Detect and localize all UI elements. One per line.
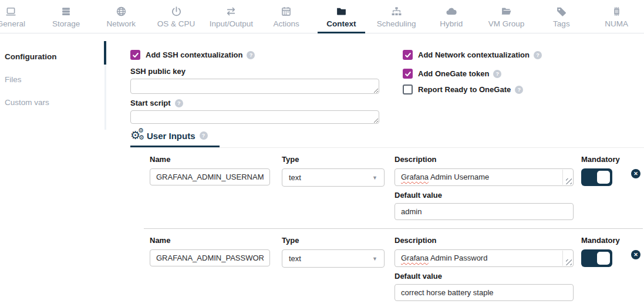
tab-label: Storage	[52, 19, 80, 28]
help-icon[interactable]: ?	[200, 131, 208, 140]
tab-tags[interactable]: Tags	[534, 0, 589, 33]
tab-label: Context	[326, 19, 356, 28]
microchip-icon	[611, 6, 622, 17]
tab-input-output[interactable]: Input/Output	[204, 0, 259, 33]
tab-label: Hybrid	[440, 19, 463, 28]
type-select-value: text	[289, 173, 301, 182]
tab-context[interactable]: Context	[314, 0, 369, 33]
add-ssh-checkbox[interactable]	[130, 50, 140, 60]
mandatory-column-label: Mandatory	[581, 236, 622, 245]
tab-label: Actions	[273, 19, 299, 28]
vm-template-context-page: General Storage Network OS & CPU Input/O…	[0, 0, 644, 304]
tab-storage[interactable]: Storage	[39, 0, 94, 33]
tab-label: Network	[107, 19, 136, 28]
template-section-tabs: General Storage Network OS & CPU Input/O…	[0, 0, 644, 33]
type-select[interactable]: text ▼	[282, 249, 385, 268]
add-ssh-label: Add SSH contextualization	[146, 50, 242, 59]
tab-hybrid[interactable]: Hybrid	[424, 0, 479, 33]
tab-general[interactable]: General	[0, 0, 39, 33]
ssh-public-key-label: SSH public key	[130, 67, 380, 76]
help-icon[interactable]: ?	[534, 51, 542, 59]
add-network-contextualization-row[interactable]: Add Network contextualization ?	[403, 50, 542, 60]
name-input[interactable]	[150, 249, 270, 266]
report-ready-label: Report Ready to OneGate	[418, 85, 511, 94]
tag-icon	[556, 6, 567, 17]
description-column-label: Description	[395, 155, 574, 164]
delete-row-icon[interactable]: ✕	[631, 250, 640, 259]
help-icon[interactable]: ?	[493, 70, 501, 78]
tab-actions[interactable]: Actions	[259, 0, 314, 33]
configuration-form: Add SSH contextualization ? SSH public k…	[130, 50, 644, 124]
toggle-knob	[597, 171, 610, 184]
add-onegate-label: Add OneGate token	[418, 69, 489, 78]
tab-label: Scheduling	[377, 19, 416, 28]
type-column-label: Type	[282, 236, 385, 245]
add-network-checkbox[interactable]	[403, 50, 413, 60]
calendar-icon	[281, 6, 292, 17]
sidebar-item-files[interactable]: Files	[0, 68, 106, 91]
report-ready-row[interactable]: Report Ready to OneGate ?	[403, 85, 542, 94]
sidebar-item-custom-vars[interactable]: Custom vars	[0, 91, 106, 114]
help-icon[interactable]: ?	[175, 99, 183, 107]
help-icon[interactable]: ?	[247, 51, 255, 59]
sitemap-icon	[391, 6, 402, 17]
tab-label: NUMA	[605, 19, 628, 28]
tab-label: Tags	[553, 19, 570, 28]
user-inputs-tabbar: ⚙ ⚙ ⚙ User Inputs ?	[130, 129, 644, 148]
toggle-knob	[597, 252, 610, 265]
user-input-row: Name Type text ▼ Description Grafana Adm…	[144, 229, 643, 304]
tab-vm-group[interactable]: VM Group	[479, 0, 534, 33]
tab-scheduling[interactable]: Scheduling	[369, 0, 424, 33]
tab-label: VM Group	[488, 19, 525, 28]
mandatory-toggle[interactable]	[581, 168, 612, 186]
tab-network[interactable]: Network	[94, 0, 149, 33]
sidebar-item-configuration[interactable]: Configuration	[0, 45, 106, 68]
user-inputs-title: User Inputs	[147, 131, 195, 141]
tab-label: General	[0, 19, 25, 28]
folder-icon	[336, 6, 347, 17]
user-input-row: Name Type text ▼ Description Grafana Adm…	[144, 148, 643, 224]
type-column-label: Type	[282, 155, 385, 164]
add-network-label: Add Network contextualization	[418, 50, 530, 59]
server-icon	[60, 6, 72, 17]
sidebar-item-label: Files	[5, 75, 22, 84]
tab-label: OS & CPU	[157, 19, 195, 28]
sidebar-item-label: Configuration	[5, 52, 56, 61]
name-column-label: Name	[150, 155, 270, 164]
description-textarea[interactable]: Grafana Admin Password	[395, 249, 574, 267]
power-icon	[171, 6, 182, 17]
add-onegate-token-row[interactable]: Add OneGate token ?	[403, 69, 542, 79]
name-input[interactable]	[150, 168, 270, 185]
tab-numa[interactable]: NUMA	[589, 0, 644, 33]
chevron-down-icon: ▼	[372, 175, 377, 181]
type-select[interactable]: text ▼	[282, 168, 385, 187]
delete-row-icon[interactable]: ✕	[631, 169, 640, 178]
name-column-label: Name	[150, 236, 270, 245]
add-ssh-contextualization-row[interactable]: Add SSH contextualization ?	[130, 50, 380, 60]
chevron-down-icon: ▼	[372, 256, 377, 262]
start-script-label: Start script ?	[130, 99, 380, 107]
mandatory-toggle[interactable]	[581, 249, 612, 267]
cloud-icon	[446, 6, 457, 17]
tab-os-cpu[interactable]: OS & CPU	[149, 0, 204, 33]
sidebar-item-label: Custom vars	[5, 98, 49, 107]
context-sidebar: Configuration Files Custom vars	[0, 33, 106, 304]
default-value-input[interactable]	[395, 284, 574, 301]
add-onegate-checkbox[interactable]	[403, 69, 413, 79]
exchange-arrows-icon	[225, 6, 237, 17]
tab-label: Input/Output	[210, 19, 253, 28]
default-value-input[interactable]	[395, 203, 574, 220]
type-select-value: text	[289, 254, 301, 263]
start-script-textarea[interactable]	[130, 110, 379, 124]
default-value-label: Default value	[395, 191, 574, 200]
ssh-public-key-textarea[interactable]	[130, 79, 379, 94]
help-icon[interactable]: ?	[515, 86, 523, 94]
globe-icon	[116, 6, 127, 17]
user-inputs-list: Name Type text ▼ Description Grafana Adm…	[144, 148, 643, 304]
default-value-label: Default value	[395, 272, 574, 281]
description-column-label: Description	[395, 236, 574, 245]
description-textarea[interactable]: Grafana Admin Username	[395, 168, 574, 186]
user-inputs-tab[interactable]: ⚙ ⚙ ⚙ User Inputs ?	[130, 129, 220, 147]
laptop-icon	[5, 6, 16, 17]
report-ready-checkbox[interactable]	[403, 85, 413, 94]
